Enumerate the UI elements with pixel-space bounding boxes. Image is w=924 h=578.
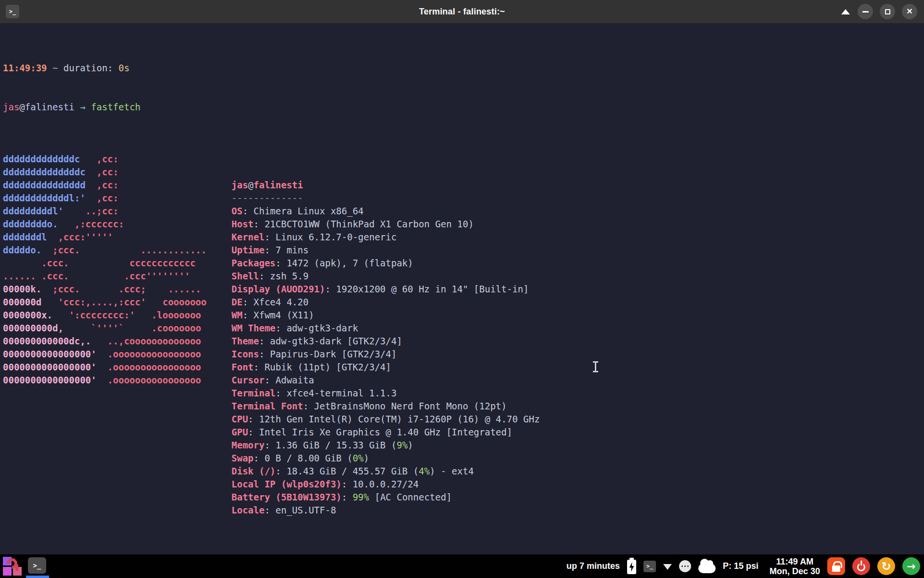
uptime-label: up 7 minutes: [566, 561, 620, 571]
chimera-ascii-logo: dddddddddddddc ,cc:ddddddddddddddc ,cc:d…: [3, 153, 231, 578]
sync-icon: ↻: [881, 561, 891, 572]
title-bar: >_ Terminal - falinesti:~ ✕: [0, 0, 924, 23]
window-terminal-icon: >_: [6, 5, 19, 18]
close-icon: ✕: [906, 8, 912, 15]
close-button[interactable]: ✕: [902, 4, 917, 19]
chevron-down-icon[interactable]: [663, 564, 672, 570]
sync-button[interactable]: ↻: [877, 557, 895, 575]
fastfetch-info-lines: jas@falinesti-------------OS: Chimera Li…: [231, 179, 540, 517]
taskbar: >_ up 7 minutes >_ P: 15 psi 11:49 AM Mo…: [0, 554, 924, 578]
taskbar-right: up 7 minutes >_ P: 15 psi 11:49 AM Mon, …: [566, 557, 920, 576]
shade-button[interactable]: [840, 6, 851, 17]
clock[interactable]: 11:49 AM Mon, Dec 30: [770, 557, 820, 576]
clock-time: 11:49 AM: [770, 557, 820, 566]
clock-date: Mon, Dec 30: [770, 566, 820, 576]
fastfetch-output: dddddddddddddc ,cc:ddddddddddddddc ,cc:d…: [3, 153, 924, 578]
terminal-viewport[interactable]: 11:49:39 ~ duration: 0s jas@falinesti → …: [0, 23, 924, 554]
taskbar-left: >_: [3, 556, 47, 577]
window-controls: ✕: [840, 0, 917, 23]
ellipsis-menu-icon[interactable]: [679, 560, 691, 572]
charging-bolt-icon: [629, 562, 635, 572]
tray-terminal-icon[interactable]: >_: [643, 561, 656, 572]
minimize-icon: [862, 11, 869, 13]
prompt-line-1: 11:49:39 ~ duration: 0s: [3, 62, 924, 75]
terminal-icon: >_: [28, 557, 46, 574]
active-window-indicator: [26, 576, 49, 578]
power-button[interactable]: [852, 557, 870, 575]
weather-cloud-icon[interactable]: [698, 564, 716, 573]
maximize-icon: [885, 9, 890, 14]
shade-icon: [841, 9, 850, 14]
lock-icon: [832, 565, 840, 572]
power-icon: [857, 563, 865, 571]
lock-screen-button[interactable]: [827, 557, 845, 575]
logout-icon: →: [907, 561, 915, 572]
window-title: Terminal - falinesti:~: [0, 7, 924, 17]
terminal-task-button[interactable]: >_: [28, 557, 47, 577]
pressure-label: P: 15 psi: [723, 561, 758, 571]
applications-menu-button[interactable]: [3, 557, 22, 576]
mouse-ibeam-cursor: [595, 361, 596, 372]
fastfetch-info: jas@falinesti-------------OS: Chimera Li…: [231, 153, 540, 578]
maximize-button[interactable]: [880, 4, 895, 19]
battery-icon[interactable]: [627, 560, 636, 574]
command-line-1: jas@falinesti → fastfetch: [3, 101, 924, 114]
minimize-button[interactable]: [858, 4, 873, 19]
logout-button[interactable]: →: [902, 557, 920, 575]
